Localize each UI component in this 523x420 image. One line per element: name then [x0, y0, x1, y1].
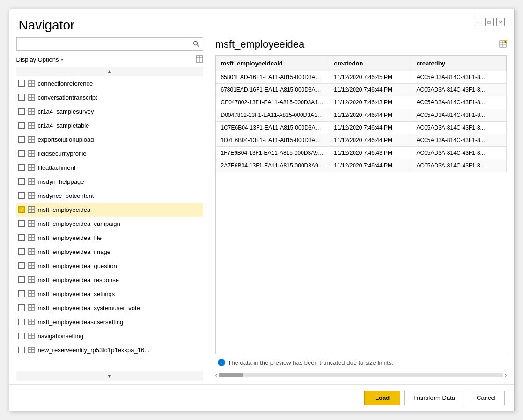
nav-item-fieldsecurityprofile[interactable]: fieldsecurityprofile — [16, 146, 203, 160]
search-bar — [16, 37, 203, 51]
cell-createdon: 11/12/2020 7:46:43 PM — [329, 147, 412, 159]
nav-item-msdynce_botcontent[interactable]: msdynce_botcontent — [16, 188, 203, 203]
cell-createdby: AC05AD3A-814C-43F1-8... — [412, 122, 506, 134]
nav-item-label-msft_employeeideasusersetting: msft_employeeideasusersetting — [38, 319, 124, 326]
nav-item-msft_employeeidea_file[interactable]: msft_employeeidea_file — [16, 231, 203, 245]
table-icon — [28, 80, 35, 87]
checkbox-msft_employeeidea_systemuser_vote[interactable] — [18, 304, 25, 311]
nav-item-label-msdynce_botcontent: msdynce_botcontent — [38, 192, 94, 199]
nav-item-navigationsetting[interactable]: navigationsetting — [16, 329, 203, 343]
checkbox-msft_employeeidea_response[interactable] — [18, 276, 25, 283]
cell-msft_employeeideaid: D0047802-13F1-EA11-A815-000D3A102EBB — [216, 109, 329, 122]
table-view-button[interactable] — [196, 55, 203, 64]
checkbox-fieldsecurityprofile[interactable] — [18, 150, 25, 157]
nav-item-msft_employeeidea[interactable]: msft_employeeidea — [16, 203, 203, 217]
cell-createdby: AC05AD3A-814C-43F1-8... — [412, 96, 506, 109]
table-icon — [28, 276, 35, 283]
nav-item-cr1a4_sampletable[interactable]: cr1a4_sampletable — [16, 118, 203, 132]
display-options-button[interactable]: Display Options ▾ — [16, 56, 63, 63]
checkbox-msdynce_botcontent[interactable] — [18, 192, 25, 199]
cell-msft_employeeideaid: 67801EAD-16F1-EA11-A815-000D3A100858 — [216, 84, 329, 96]
table-icon — [28, 136, 35, 143]
preview-options-button[interactable]: ⚙ — [499, 40, 507, 50]
nav-item-msft_employeeidea_campaign[interactable]: msft_employeeidea_campaign — [16, 217, 203, 231]
scroll-up-arrow[interactable]: ▲ — [16, 67, 203, 76]
cell-msft_employeeideaid: 1C7E6B04-13F1-EA11-A815-000D3A98DE0F — [216, 122, 329, 134]
table-icon — [28, 304, 35, 311]
checkbox-msft_employeeidea_question[interactable] — [18, 262, 25, 269]
cell-createdon: 11/12/2020 7:46:44 PM — [329, 84, 412, 96]
nav-item-connectionreference[interactable]: connectionreference — [16, 76, 203, 90]
nav-item-msft_employeeidea_question[interactable]: msft_employeeidea_question — [16, 259, 203, 273]
preview-options-icon: ⚙ — [499, 40, 507, 48]
checkbox-connectionreference[interactable] — [18, 80, 25, 87]
col-header-createdby: createdby — [412, 56, 506, 71]
checkbox-exportsolutionupload[interactable] — [18, 136, 25, 143]
checkbox-fileattachment[interactable] — [18, 164, 25, 171]
cell-createdby: AC05AD3A-814C-43F1-8... — [412, 147, 506, 159]
truncate-notice: i The data in the preview has been trunc… — [215, 354, 507, 369]
nav-item-label-msft_employeeidea_file: msft_employeeidea_file — [38, 234, 102, 241]
search-input[interactable] — [17, 38, 190, 50]
nav-item-exportsolutionupload[interactable]: exportsolutionupload — [16, 132, 203, 146]
navigator-dialog: Navigator ─ □ ✕ Displa — [9, 9, 515, 411]
nav-item-msft_employeeideasusersetting[interactable]: msft_employeeideasusersetting — [16, 315, 203, 329]
cancel-button[interactable]: Cancel — [468, 391, 504, 405]
checkbox-cr1a4_samplesurvey[interactable] — [18, 108, 25, 115]
hscroll-left-button[interactable]: ‹ — [215, 371, 218, 379]
nav-item-msft_employeeidea_response[interactable]: msft_employeeidea_response — [16, 273, 203, 287]
transform-data-button[interactable]: Transform Data — [404, 391, 464, 405]
nav-item-new_reserveentity[interactable]: new_reserveentity_rp53fd1p1ekxpa_16... — [16, 343, 203, 357]
table-icon — [28, 347, 35, 353]
nav-list: connectionreferenceconversationtranscrip… — [16, 76, 203, 357]
checkbox-cr1a4_sampletable[interactable] — [18, 122, 25, 129]
nav-item-conversationtranscript[interactable]: conversationtranscript — [16, 90, 203, 104]
checkbox-msdyn_helppage[interactable] — [18, 178, 25, 185]
checkbox-navigationsetting[interactable] — [18, 333, 25, 339]
table-row: CE047802-13F1-EA11-A815-000D3A102EBB11/1… — [216, 96, 506, 109]
checkbox-msft_employeeideasusersetting[interactable] — [18, 319, 25, 325]
checkbox-msft_employeeidea_campaign[interactable] — [18, 220, 25, 227]
load-button[interactable]: Load — [364, 391, 400, 405]
window-controls: ─ □ ✕ — [474, 18, 505, 26]
cell-msft_employeeideaid: 1F7E6B04-13F1-EA11-A815-000D3A98DE0F — [216, 147, 329, 159]
checkbox-msft_employeeidea_image[interactable] — [18, 248, 25, 255]
nav-item-msft_employeeidea_image[interactable]: msft_employeeidea_image — [16, 245, 203, 259]
cell-createdon: 11/12/2020 7:46:43 PM — [329, 96, 412, 109]
search-icon — [193, 41, 199, 47]
checkbox-msft_employeeidea_settings[interactable] — [18, 290, 25, 297]
horizontal-scrollbar: ‹ › — [215, 369, 507, 381]
nav-item-msdyn_helppage[interactable]: msdyn_helppage — [16, 174, 203, 188]
close-button[interactable]: ✕ — [496, 18, 505, 26]
svg-text:⚙: ⚙ — [505, 40, 507, 43]
footer: Load Transform Data Cancel — [9, 384, 514, 411]
cell-createdby: AC05AD3A-814C-43F1-8... — [412, 109, 506, 122]
info-icon: i — [218, 359, 225, 366]
checkbox-msft_employeeidea[interactable] — [18, 206, 25, 213]
checkbox-msft_employeeidea_file[interactable] — [18, 234, 25, 241]
nav-item-label-connectionreference: connectionreference — [38, 80, 93, 87]
nav-list-container[interactable]: connectionreferenceconversationtranscrip… — [16, 76, 203, 371]
nav-item-msft_employeeidea_systemuser_vote[interactable]: msft_employeeidea_systemuser_vote — [16, 301, 203, 315]
search-button[interactable] — [190, 37, 203, 51]
scroll-down-arrow[interactable]: ▼ — [16, 371, 203, 381]
hscroll-thumb — [219, 373, 243, 377]
table-icon — [28, 248, 35, 255]
cell-createdon: 11/12/2020 7:46:44 PM — [329, 109, 412, 122]
maximize-button[interactable]: □ — [485, 18, 494, 26]
checkbox-conversationtranscript[interactable] — [18, 94, 25, 101]
nav-item-msft_employeeidea_settings[interactable]: msft_employeeidea_settings — [16, 287, 203, 301]
checkbox-new_reserveentity[interactable] — [18, 347, 25, 353]
data-table-container: msft_employeeideaidcreatedoncreatedby 65… — [215, 55, 507, 354]
table-icon — [28, 108, 35, 115]
hscroll-track[interactable] — [219, 373, 503, 377]
minimize-button[interactable]: ─ — [474, 18, 482, 26]
nav-item-cr1a4_samplesurvey[interactable]: cr1a4_samplesurvey — [16, 104, 203, 118]
dialog-title: Navigator — [19, 18, 75, 33]
nav-item-label-cr1a4_sampletable: cr1a4_sampletable — [38, 122, 89, 129]
table-icon — [28, 220, 35, 227]
cell-createdon: 11/12/2020 7:46:45 PM — [329, 71, 412, 84]
nav-item-label-exportsolutionupload: exportsolutionupload — [38, 136, 94, 143]
hscroll-right-button[interactable]: › — [505, 371, 507, 379]
nav-item-fileattachment[interactable]: fileattachment — [16, 160, 203, 174]
